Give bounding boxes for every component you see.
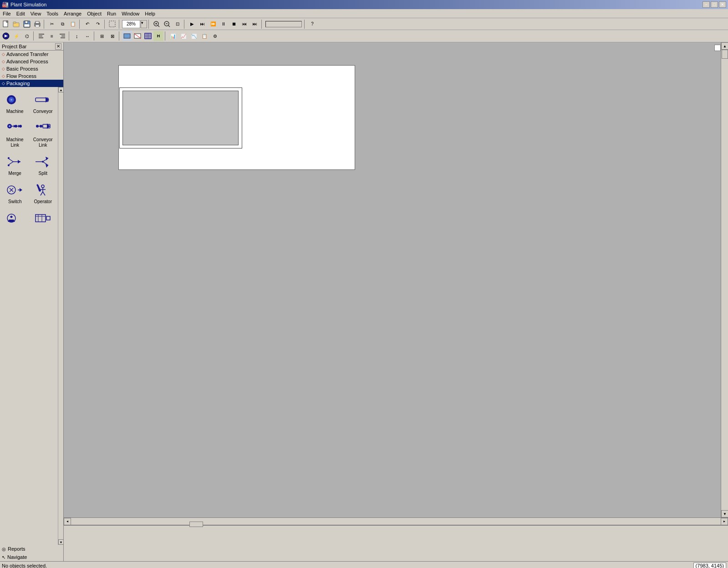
hscroll-left-button[interactable]: ◂ [64, 518, 71, 525]
color1-btn[interactable] [122, 31, 132, 41]
stat3-btn[interactable]: 📉 [189, 31, 199, 41]
stat4-btn[interactable]: 📋 [199, 31, 209, 41]
menu-tools[interactable]: Tools [44, 10, 61, 17]
stop-button[interactable]: ⏹ [229, 19, 239, 29]
redo-button[interactable]: ↷ [93, 19, 103, 29]
size1-btn[interactable]: ⊞ [97, 31, 107, 41]
component-extra1[interactable] [2, 208, 28, 231]
svg-point-40 [9, 125, 10, 127]
component-switch[interactable]: Switch [2, 180, 28, 206]
zoom-dropdown[interactable]: ▾ [141, 20, 147, 28]
hscroll-right-button[interactable]: ▸ [721, 518, 728, 525]
menu-bar: File Edit View Tools Arrange Object Run … [0, 9, 728, 18]
maximize-button[interactable]: □ [711, 1, 718, 8]
print-button[interactable] [32, 19, 42, 29]
menu-run[interactable]: Run [104, 10, 119, 17]
step-button[interactable]: ⏭ [198, 19, 208, 29]
panel-scrollbar: ▲ ▼ [58, 87, 63, 545]
spacing1-btn[interactable]: ↨ [72, 31, 82, 41]
components-panel-wrap: Machine Conveyor [0, 87, 63, 545]
stat1-btn[interactable]: 📊 [168, 31, 178, 41]
align-right[interactable] [57, 31, 67, 41]
components-grid: Machine Conveyor [1, 89, 57, 232]
select-button[interactable] [107, 19, 117, 29]
pause-button[interactable]: ⏸ [219, 19, 229, 29]
vertical-scrollbar: ▲ ▼ [721, 42, 728, 517]
separator-11 [94, 31, 96, 41]
zoom-in-button[interactable] [152, 19, 162, 29]
project-bar-close-button[interactable]: ✕ [55, 43, 61, 50]
component-extra2[interactable] [30, 208, 56, 231]
event3-btn[interactable]: ⌬ [22, 31, 32, 41]
sidebar-item-advanced-transfer[interactable]: ◇ Advanced Transfer [0, 51, 63, 58]
paste-button[interactable]: 📋 [68, 19, 78, 29]
operator-label: Operator [34, 199, 52, 205]
rewind-button[interactable]: ⏮ [239, 19, 249, 29]
size2-btn[interactable]: ⊠ [107, 31, 117, 41]
spacing2-btn[interactable]: ↔ [82, 31, 92, 41]
canvas-area[interactable] [64, 42, 721, 517]
fast-button[interactable]: ⏩ [208, 19, 218, 29]
panel-scroll-up[interactable]: ▲ [58, 87, 63, 92]
menu-arrange[interactable]: Arrange [61, 10, 84, 17]
sidebar-item-navigate[interactable]: ↖ Navigate [0, 553, 63, 561]
table-btn[interactable] [143, 31, 153, 41]
event2-btn[interactable]: ⚡ [11, 31, 21, 41]
menu-file[interactable]: File [0, 10, 14, 17]
svg-rect-10 [109, 21, 115, 27]
component-operator[interactable]: Operator [30, 180, 56, 206]
component-merge[interactable]: Merge [2, 152, 28, 178]
panel-scroll-down[interactable]: ▼ [58, 539, 63, 545]
copy-button[interactable]: ⧉ [57, 19, 67, 29]
speed-slider[interactable] [265, 21, 302, 27]
stat5-btn[interactable]: ⚙ [210, 31, 220, 41]
sidebar-item-advanced-process[interactable]: ◇ Advanced Process [0, 58, 63, 65]
menu-window[interactable]: Window [119, 10, 142, 17]
align-left[interactable] [36, 31, 46, 41]
vscroll-thumb[interactable] [722, 50, 728, 59]
new-button[interactable] [1, 19, 11, 29]
zoom-input[interactable]: 28% [122, 20, 140, 28]
align-center[interactable]: ≡ [47, 31, 57, 41]
svg-point-47 [36, 125, 39, 128]
separator-3 [104, 20, 106, 29]
machine-link-icon [7, 120, 23, 136]
undo-button[interactable]: ↶ [82, 19, 92, 29]
component-conveyor[interactable]: Conveyor [30, 90, 56, 116]
hscroll-thumb[interactable] [189, 522, 203, 527]
sidebar-item-reports[interactable]: ◎ Reports [0, 545, 63, 553]
sidebar-item-basic-process[interactable]: ◇ Basic Process [0, 65, 63, 72]
component-conveyor-link[interactable]: Conveyor Link [30, 118, 56, 150]
separator-5 [148, 20, 150, 29]
component-split[interactable]: Split [30, 152, 56, 178]
save-button[interactable] [22, 19, 32, 29]
event-btn[interactable] [1, 31, 11, 41]
menu-help[interactable]: Help [142, 10, 158, 17]
sidebar-item-flow-process[interactable]: ◇ Flow Process [0, 72, 63, 80]
close-button[interactable]: ✕ [719, 1, 726, 8]
menu-object[interactable]: Object [84, 10, 104, 17]
separator-9 [33, 31, 35, 41]
help-button[interactable]: ? [307, 19, 317, 29]
fit-button[interactable]: ⊡ [173, 19, 183, 29]
stat2-btn[interactable]: 📈 [178, 31, 188, 41]
component-machine[interactable]: Machine [2, 90, 28, 116]
menu-view[interactable]: View [28, 10, 44, 17]
title-bar-controls: − □ ✕ [703, 1, 726, 8]
zoom-out-button[interactable] [162, 19, 172, 29]
open-button[interactable] [11, 19, 21, 29]
vscroll-up-button[interactable]: ▲ [721, 42, 728, 50]
minimize-button[interactable]: − [703, 1, 710, 8]
drawing-area[interactable] [118, 65, 355, 170]
sidebar-item-packaging[interactable]: ◇ Packaging [0, 80, 63, 87]
vscroll-down-button[interactable]: ▼ [721, 510, 728, 517]
component-machine-link[interactable]: Machine Link [2, 118, 28, 150]
menu-edit[interactable]: Edit [14, 10, 28, 17]
merge-label: Merge [9, 171, 21, 176]
cut-button[interactable]: ✂ [47, 19, 57, 29]
color2-btn[interactable] [132, 31, 143, 41]
highlight-btn[interactable]: H [153, 31, 163, 41]
svg-point-57 [8, 157, 10, 159]
end-button[interactable]: ⏭ [250, 19, 260, 29]
run-button[interactable]: ▶ [187, 19, 197, 29]
